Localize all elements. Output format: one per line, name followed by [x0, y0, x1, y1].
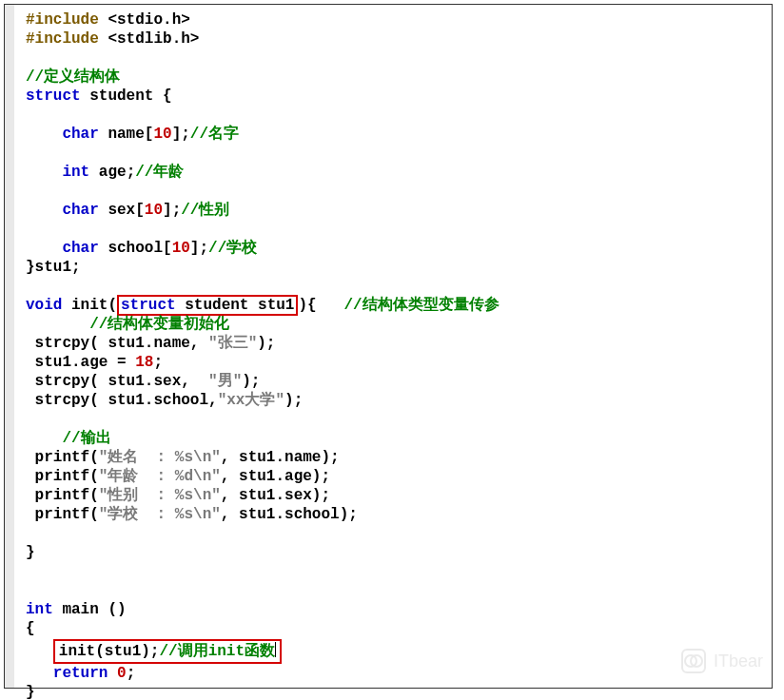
- string: "张三": [208, 335, 257, 352]
- keyword: void: [26, 297, 62, 314]
- include-target: <stdlib.h>: [99, 30, 200, 48]
- source-code: #include <stdio.h> #include <stdlib.h> /…: [5, 5, 772, 700]
- code-text: }: [26, 684, 35, 700]
- keyword: char: [62, 202, 98, 219]
- code-text: init(stu1);: [59, 643, 160, 660]
- number: 10: [145, 202, 163, 219]
- code-text: student {: [81, 88, 172, 105]
- string: "男": [208, 373, 242, 390]
- highlight-box-param: struct student stu1: [117, 295, 298, 316]
- code-text: );: [257, 335, 275, 352]
- string: "性别 : %s\n": [99, 487, 221, 504]
- number: 10: [153, 126, 171, 143]
- code-text: printf(: [26, 506, 99, 523]
- code-text: student stu1: [176, 297, 295, 314]
- keyword: struct: [26, 88, 81, 105]
- number: 0: [117, 665, 127, 682]
- comment: //输出: [62, 430, 110, 447]
- code-text: age;: [89, 164, 135, 181]
- code-text: }: [26, 544, 35, 561]
- comment: //定义结构体: [26, 68, 120, 86]
- code-text: stu1.age =: [26, 354, 135, 371]
- code-text: , stu1.school);: [221, 506, 358, 523]
- code-text: name[: [99, 126, 154, 143]
- keyword: char: [62, 126, 98, 143]
- include-target: <stdio.h>: [99, 11, 190, 29]
- code-text: );: [242, 373, 260, 390]
- string: "姓名 : %s\n": [99, 449, 221, 466]
- keyword: int: [62, 164, 89, 181]
- number: 10: [172, 240, 190, 257]
- code-text: ){: [298, 297, 316, 314]
- preproc: #include: [26, 30, 99, 48]
- code-text: school[: [99, 240, 172, 257]
- code-text: , stu1.age);: [221, 468, 330, 485]
- code-text: , stu1.name);: [221, 449, 340, 466]
- preproc: #include: [26, 11, 99, 29]
- code-text: ];: [163, 202, 181, 219]
- code-text: printf(: [26, 468, 99, 485]
- code-text: init(: [62, 297, 117, 314]
- number: 18: [135, 354, 153, 371]
- code-text: main (): [53, 601, 127, 618]
- code-text: {: [26, 620, 35, 637]
- keyword: return: [53, 665, 108, 682]
- code-text: );: [284, 392, 303, 409]
- keyword: struct: [121, 297, 176, 314]
- code-text: strcpy( stu1.sex,: [26, 373, 208, 390]
- comment: //学校: [208, 240, 257, 257]
- code-text: strcpy( stu1.school,: [26, 392, 218, 409]
- string: "学校 : %s\n": [99, 506, 221, 523]
- watermark: ITbear: [681, 649, 763, 673]
- watermark-text: ITbear: [714, 651, 763, 671]
- code-text: ];: [172, 126, 190, 143]
- keyword: int: [26, 601, 53, 618]
- comment: //性别: [181, 202, 229, 219]
- comment: //结构体类型变量传参: [343, 297, 499, 314]
- code-text: printf(: [26, 449, 99, 466]
- code-frame: #include <stdio.h> #include <stdlib.h> /…: [4, 4, 773, 689]
- code-text: sex[: [99, 202, 145, 219]
- code-text: strcpy( stu1.name,: [26, 335, 208, 352]
- string: "年龄 : %d\n": [99, 468, 221, 485]
- code-text: [108, 665, 117, 682]
- comment: //结构体变量初始化: [89, 316, 229, 333]
- comment: //名字: [190, 126, 239, 143]
- keyword: char: [62, 240, 98, 257]
- code-text: ];: [190, 240, 208, 257]
- comment: //调用init函数: [159, 643, 275, 660]
- wechat-icon: [681, 649, 706, 673]
- text-cursor: [275, 642, 276, 657]
- comment: //年龄: [135, 164, 184, 181]
- code-text: printf(: [26, 487, 99, 504]
- code-text: ;: [153, 354, 163, 371]
- code-text: , stu1.sex);: [221, 487, 330, 504]
- code-text: ;: [127, 665, 136, 682]
- string: "xx大学": [218, 392, 284, 409]
- code-text: }stu1;: [26, 259, 81, 276]
- highlight-box-call: init(stu1);//调用init函数: [53, 639, 282, 664]
